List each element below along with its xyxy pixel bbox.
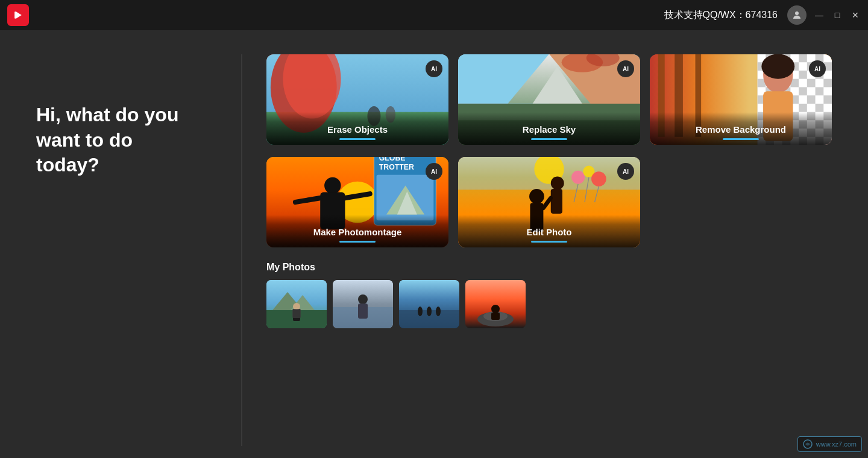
user-avatar[interactable]: [787, 5, 807, 25]
ai-badge-montage: AI: [426, 163, 442, 180]
ai-badge-edit: AI: [617, 163, 634, 180]
feature-replace-sky[interactable]: AI Replace Sky: [458, 54, 640, 145]
left-panel: Hi, what do you want to do today?: [36, 54, 217, 446]
my-photos-section: My Photos: [266, 262, 832, 328]
titlebar-right: 技术支持QQ/WX：674316 — □ ✕: [664, 5, 861, 25]
svg-text:TROTTER: TROTTER: [379, 163, 414, 171]
remove-underline: [723, 138, 759, 140]
app-logo[interactable]: [7, 4, 29, 26]
sky-label: Replace Sky: [523, 124, 576, 135]
main-content: Hi, what do you want to do today?: [0, 30, 868, 458]
svg-point-2: [795, 11, 799, 15]
svg-rect-76: [491, 313, 500, 320]
my-photos-title: My Photos: [266, 262, 832, 273]
maximize-button[interactable]: □: [832, 10, 843, 21]
remove-label-overlay: Remove Background: [650, 112, 832, 145]
photo-thumb-1[interactable]: [266, 280, 327, 328]
ai-badge-sky: AI: [617, 60, 634, 77]
feature-row-1: AI Erase Objects: [266, 54, 832, 145]
erase-label: Erase Objects: [327, 124, 388, 135]
svg-point-31: [324, 177, 341, 194]
svg-rect-48: [551, 189, 562, 214]
svg-point-50: [571, 171, 585, 184]
photo-thumb-2[interactable]: [333, 280, 393, 328]
ai-badge-remove: AI: [809, 60, 826, 77]
sky-underline: [531, 138, 567, 140]
photo-thumb-4[interactable]: [465, 280, 526, 328]
montage-label: Make Photomontage: [313, 227, 402, 237]
minimize-button[interactable]: —: [814, 10, 825, 21]
svg-point-75: [491, 305, 500, 313]
montage-underline: [339, 241, 376, 243]
remove-label: Remove Background: [696, 124, 786, 135]
svg-point-45: [529, 189, 544, 204]
svg-point-70: [427, 307, 432, 316]
edit-label-overlay: Edit Photo: [458, 215, 640, 247]
divider: [241, 54, 242, 446]
svg-rect-62: [292, 309, 301, 318]
sky-label-overlay: Replace Sky: [458, 112, 640, 145]
watermark: www.xz7.com: [797, 436, 862, 452]
right-panel: AI Erase Objects: [266, 54, 832, 446]
edit-underline: [531, 241, 567, 243]
svg-point-52: [591, 171, 606, 186]
feature-erase-objects[interactable]: AI Erase Objects: [266, 54, 448, 145]
svg-point-69: [418, 307, 423, 316]
titlebar: 技术支持QQ/WX：674316 — □ ✕: [0, 0, 868, 30]
erase-label-overlay: Erase Objects: [266, 112, 448, 145]
support-text: 技术支持QQ/WX：674316: [664, 9, 778, 22]
svg-rect-1: [14, 11, 16, 19]
photos-row: [266, 280, 832, 328]
svg-point-71: [436, 307, 441, 316]
svg-point-47: [551, 176, 564, 189]
watermark-text: www.xz7.com: [816, 441, 857, 448]
ai-badge-erase: AI: [426, 60, 442, 77]
svg-text:GLOBE: GLOBE: [379, 157, 406, 162]
feature-remove-background[interactable]: AI Remove Background: [650, 54, 832, 145]
close-button[interactable]: ✕: [850, 10, 861, 21]
svg-marker-0: [16, 11, 22, 19]
svg-point-65: [358, 294, 368, 304]
feature-make-photomontage[interactable]: GLOBE TROTTER AI Make Photomontage: [266, 157, 448, 247]
svg-point-28: [761, 54, 794, 79]
svg-rect-66: [358, 304, 368, 319]
erase-underline: [339, 138, 376, 140]
photo-thumb-3[interactable]: [399, 280, 459, 328]
greeting-text: Hi, what do you want to do today?: [36, 103, 217, 178]
feature-row-2: GLOBE TROTTER AI Make Photomontage: [266, 157, 832, 247]
edit-label: Edit Photo: [527, 227, 572, 237]
montage-label-overlay: Make Photomontage: [266, 215, 448, 247]
feature-edit-photo[interactable]: AI Edit Photo: [458, 157, 640, 247]
watermark-icon: [803, 439, 813, 449]
window-controls: — □ ✕: [787, 5, 861, 25]
